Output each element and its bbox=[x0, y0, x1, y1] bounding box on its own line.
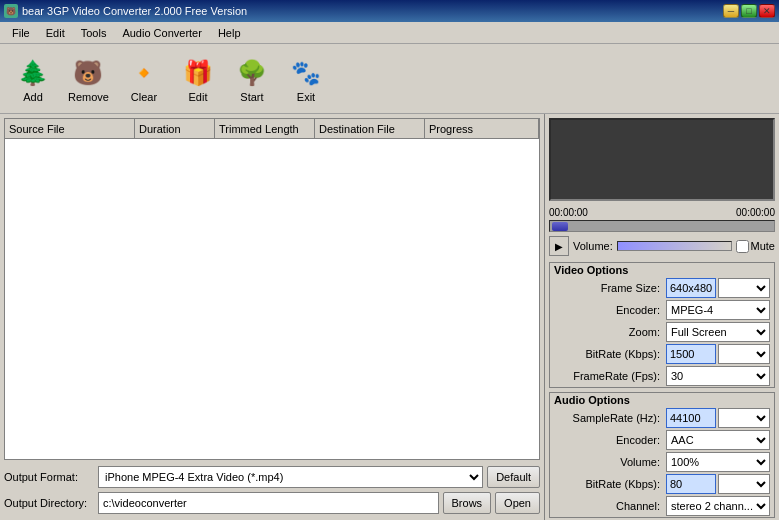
audio-options-section: Audio Options SampleRate (Hz): Encoder: … bbox=[549, 392, 775, 518]
volume-label: Volume: bbox=[573, 240, 613, 252]
volume-bar[interactable] bbox=[617, 241, 732, 251]
frame-size-select[interactable] bbox=[718, 278, 770, 298]
edit-icon: 🎁 bbox=[180, 55, 216, 91]
close-button[interactable]: ✕ bbox=[759, 4, 775, 18]
frame-size-label: Frame Size: bbox=[554, 282, 664, 294]
default-button[interactable]: Default bbox=[487, 466, 540, 488]
video-options-title: Video Options bbox=[550, 263, 774, 277]
add-button[interactable]: 🌲 Add bbox=[8, 49, 58, 109]
audio-bitrate-select[interactable] bbox=[718, 474, 770, 494]
channel-select[interactable]: stereo 2 chann... mono bbox=[666, 496, 770, 516]
start-button[interactable]: 🌳 Start bbox=[227, 49, 277, 109]
audio-volume-select[interactable]: 100% 75% bbox=[666, 452, 770, 472]
mute-checkbox[interactable] bbox=[736, 240, 749, 253]
open-button[interactable]: Open bbox=[495, 492, 540, 514]
output-directory-row: Output Directory: Brows Open bbox=[4, 492, 540, 514]
zoom-select[interactable]: Full Screen Original bbox=[666, 322, 770, 342]
brows-button[interactable]: Brows bbox=[443, 492, 492, 514]
app-title: bear 3GP Video Converter 2.000 Free Vers… bbox=[22, 5, 247, 17]
output-format-select[interactable]: iPhone MPEG-4 Extra Video (*.mp4) bbox=[98, 466, 483, 488]
video-preview bbox=[549, 118, 775, 201]
col-destination-file: Destination File bbox=[315, 119, 425, 138]
frame-size-row: Frame Size: bbox=[550, 277, 774, 299]
bitrate-input[interactable] bbox=[666, 344, 716, 364]
bitrate-row: BitRate (Kbps): bbox=[550, 343, 774, 365]
col-trimmed-length: Trimmed Length bbox=[215, 119, 315, 138]
audio-encoder-label: Encoder: bbox=[554, 434, 664, 446]
frame-size-input[interactable] bbox=[666, 278, 716, 298]
bitrate-label: BitRate (Kbps): bbox=[554, 348, 664, 360]
right-panel: 00:00:00 00:00:00 ▶ Volume: Mute Video O… bbox=[544, 114, 779, 520]
mute-label: Mute bbox=[751, 240, 775, 252]
minimize-button[interactable]: ─ bbox=[723, 4, 739, 18]
time-start: 00:00:00 bbox=[549, 207, 588, 218]
encoder-row: Encoder: MPEG-4 H.264 bbox=[550, 299, 774, 321]
left-panel: Source File Duration Trimmed Length Dest… bbox=[0, 114, 544, 520]
menu-file[interactable]: File bbox=[4, 25, 38, 41]
output-directory-input[interactable] bbox=[98, 492, 439, 514]
zoom-row: Zoom: Full Screen Original bbox=[550, 321, 774, 343]
maximize-button[interactable]: □ bbox=[741, 4, 757, 18]
add-icon: 🌲 bbox=[15, 55, 51, 91]
time-controls: 00:00:00 00:00:00 ▶ Volume: Mute bbox=[545, 205, 779, 260]
menu-tools[interactable]: Tools bbox=[73, 25, 115, 41]
audio-bitrate-label: BitRate (Kbps): bbox=[554, 478, 664, 490]
remove-button[interactable]: 🐻 Remove bbox=[62, 49, 115, 109]
audio-volume-label: Volume: bbox=[554, 456, 664, 468]
audio-encoder-row: Encoder: AAC MP3 bbox=[550, 429, 774, 451]
bottom-controls: Output Format: iPhone MPEG-4 Extra Video… bbox=[4, 464, 540, 516]
seek-bar[interactable] bbox=[549, 220, 775, 232]
framerate-label: FrameRate (Fps): bbox=[554, 370, 664, 382]
col-duration: Duration bbox=[135, 119, 215, 138]
table-body[interactable] bbox=[5, 139, 539, 459]
menu-bar: File Edit Tools Audio Converter Help bbox=[0, 22, 779, 44]
channel-label: Channel: bbox=[554, 500, 664, 512]
edit-button[interactable]: 🎁 Edit bbox=[173, 49, 223, 109]
zoom-label: Zoom: bbox=[554, 326, 664, 338]
exit-icon: 🐾 bbox=[288, 55, 324, 91]
samplerate-row: SampleRate (Hz): bbox=[550, 407, 774, 429]
audio-bitrate-input[interactable] bbox=[666, 474, 716, 494]
table-header: Source File Duration Trimmed Length Dest… bbox=[5, 119, 539, 139]
output-directory-label: Output Directory: bbox=[4, 497, 94, 509]
video-options-section: Video Options Frame Size: Encoder: MPEG-… bbox=[549, 262, 775, 388]
toolbar: 🌲 Add 🐻 Remove 🔸 Clear 🎁 Edit 🌳 Start 🐾 … bbox=[0, 44, 779, 114]
time-end: 00:00:00 bbox=[736, 207, 775, 218]
framerate-select[interactable]: 30 24 25 bbox=[666, 366, 770, 386]
menu-audio-converter[interactable]: Audio Converter bbox=[114, 25, 210, 41]
col-progress: Progress bbox=[425, 119, 539, 138]
audio-volume-row: Volume: 100% 75% bbox=[550, 451, 774, 473]
clear-button[interactable]: 🔸 Clear bbox=[119, 49, 169, 109]
bitrate-select[interactable] bbox=[718, 344, 770, 364]
output-format-label: Output Format: bbox=[4, 471, 94, 483]
audio-options-title: Audio Options bbox=[550, 393, 774, 407]
audio-encoder-select[interactable]: AAC MP3 bbox=[666, 430, 770, 450]
title-bar: 🐻 bear 3GP Video Converter 2.000 Free Ve… bbox=[0, 0, 779, 22]
encoder-select[interactable]: MPEG-4 H.264 bbox=[666, 300, 770, 320]
samplerate-label: SampleRate (Hz): bbox=[554, 412, 664, 424]
app-icon: 🐻 bbox=[4, 4, 18, 18]
col-source-file: Source File bbox=[5, 119, 135, 138]
audio-bitrate-row: BitRate (Kbps): bbox=[550, 473, 774, 495]
start-icon: 🌳 bbox=[234, 55, 270, 91]
menu-edit[interactable]: Edit bbox=[38, 25, 73, 41]
clear-icon: 🔸 bbox=[126, 55, 162, 91]
exit-button[interactable]: 🐾 Exit bbox=[281, 49, 331, 109]
play-button[interactable]: ▶ bbox=[549, 236, 569, 256]
menu-help[interactable]: Help bbox=[210, 25, 249, 41]
file-table: Source File Duration Trimmed Length Dest… bbox=[4, 118, 540, 460]
remove-icon: 🐻 bbox=[70, 55, 106, 91]
seek-thumb[interactable] bbox=[552, 222, 568, 231]
output-format-row: Output Format: iPhone MPEG-4 Extra Video… bbox=[4, 466, 540, 488]
framerate-row: FrameRate (Fps): 30 24 25 bbox=[550, 365, 774, 387]
samplerate-select[interactable] bbox=[718, 408, 770, 428]
channel-row: Channel: stereo 2 chann... mono bbox=[550, 495, 774, 517]
encoder-label: Encoder: bbox=[554, 304, 664, 316]
samplerate-input[interactable] bbox=[666, 408, 716, 428]
